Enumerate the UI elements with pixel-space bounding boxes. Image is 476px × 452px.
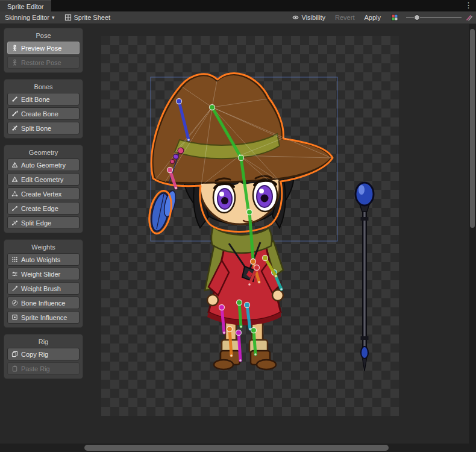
weight-slider-label: Weight Slider bbox=[21, 271, 60, 278]
edit-bone-label: Edit Bone bbox=[21, 96, 50, 103]
bone-influence-label: Bone Influence bbox=[21, 300, 65, 307]
create-edge-label: Create Edge bbox=[21, 205, 58, 212]
grid-icon bbox=[64, 14, 72, 21]
pose-icon bbox=[11, 45, 18, 51]
left-hand bbox=[207, 295, 218, 306]
panel-bones: Bones Edit Bone Cr bbox=[4, 79, 83, 139]
alpha-handle-button[interactable] bbox=[464, 11, 476, 24]
edit-geometry-label: Edit Geometry bbox=[21, 176, 63, 183]
panel-weights-title: Weights bbox=[7, 243, 80, 251]
preview-pose-button[interactable]: Preview Pose bbox=[7, 42, 80, 54]
weight-brush-label: Weight Brush bbox=[21, 285, 61, 292]
alpha-zoom-slider[interactable] bbox=[406, 11, 462, 24]
visibility-button[interactable]: Visibility bbox=[287, 11, 331, 24]
eye-icon bbox=[292, 14, 299, 21]
weight-slider-icon bbox=[11, 271, 18, 277]
split-bone-button[interactable]: Split Bone bbox=[7, 122, 80, 134]
sprite-sheet-button[interactable]: Sprite Sheet bbox=[60, 11, 116, 24]
rgb-grid-icon bbox=[390, 13, 399, 22]
sprite-influence-icon bbox=[11, 314, 18, 321]
panel-geometry: Geometry Auto Geometry Edit Geometry bbox=[4, 145, 83, 233]
toolbar: Skinning Editor ▾ Sprite Sheet Visibilit… bbox=[0, 11, 476, 24]
diagonal-stripes-icon bbox=[465, 14, 472, 21]
create-edge-button[interactable]: Create Edge bbox=[7, 202, 80, 215]
tab-bar: Sprite Editor ⋮ bbox=[0, 0, 476, 11]
split-edge-button[interactable]: Split Edge bbox=[7, 216, 80, 229]
sprite-sheet-label: Sprite Sheet bbox=[74, 14, 111, 21]
split-bone-label: Split Bone bbox=[21, 125, 51, 132]
color-channels-button[interactable] bbox=[386, 11, 404, 24]
chevron-down-icon: ▾ bbox=[52, 14, 55, 20]
paste-rig-label: Paste Rig bbox=[21, 365, 50, 372]
panel-pose-title: Pose bbox=[7, 32, 80, 39]
weights-grid-icon bbox=[11, 256, 18, 263]
create-bone-label: Create Bone bbox=[21, 110, 58, 118]
bone-icon bbox=[11, 96, 18, 102]
weight-slider-button[interactable]: Weight Slider bbox=[7, 268, 80, 280]
sprite-influence-label: Sprite Influence bbox=[21, 314, 67, 321]
right-hand bbox=[272, 290, 283, 301]
mesh-icon bbox=[11, 162, 18, 168]
revert-label: Revert bbox=[335, 14, 354, 21]
create-vertex-button[interactable]: Create Vertex bbox=[7, 187, 80, 200]
edit-bone-button[interactable]: Edit Bone bbox=[7, 93, 80, 105]
brush-icon bbox=[11, 285, 18, 292]
staff-sprite[interactable] bbox=[355, 183, 374, 371]
vertex-icon bbox=[11, 190, 18, 197]
restore-pose-button[interactable]: Restore Pose bbox=[7, 56, 80, 69]
copy-rig-button[interactable]: Copy Rig bbox=[7, 348, 80, 360]
vertical-scrollbar[interactable] bbox=[469, 24, 476, 444]
visibility-label: Visibility bbox=[302, 14, 326, 21]
window-menu-icon[interactable]: ⋮ bbox=[465, 1, 472, 10]
edge-split-icon bbox=[11, 219, 18, 226]
split-edge-label: Split Edge bbox=[21, 219, 51, 227]
panel-rig-title: Rig bbox=[7, 338, 80, 345]
canvas-artwork bbox=[101, 36, 399, 416]
panel-bones-title: Bones bbox=[7, 83, 80, 90]
preview-pose-label: Preview Pose bbox=[21, 45, 61, 52]
bone-influence-button[interactable]: Bone Influence bbox=[7, 297, 80, 309]
auto-weights-label: Auto Weights bbox=[21, 256, 60, 263]
tool-sidebar: Pose Preview Pose Restore Pose Bo bbox=[4, 28, 83, 379]
edge-icon bbox=[11, 205, 18, 212]
copy-icon bbox=[11, 351, 18, 357]
tab-title: Sprite Editor bbox=[7, 3, 44, 10]
create-vertex-label: Create Vertex bbox=[21, 190, 61, 198]
create-bone-button[interactable]: Create Bone bbox=[7, 107, 80, 120]
vertical-scrollbar-thumb[interactable] bbox=[470, 29, 475, 228]
mode-dropdown-label: Skinning Editor bbox=[5, 14, 49, 21]
auto-geometry-label: Auto Geometry bbox=[21, 162, 66, 169]
revert-button[interactable]: Revert bbox=[330, 11, 359, 24]
horizontal-scrollbar-thumb[interactable] bbox=[84, 445, 389, 451]
sprite-editor-window: Sprite Editor ⋮ Skinning Editor ▾ Sprite… bbox=[0, 0, 476, 452]
horizontal-scrollbar[interactable] bbox=[0, 444, 469, 452]
mesh-edit-icon bbox=[11, 176, 18, 183]
weight-brush-button[interactable]: Weight Brush bbox=[7, 282, 80, 295]
restore-pose-label: Restore Pose bbox=[21, 59, 61, 66]
copy-rig-label: Copy Rig bbox=[21, 351, 48, 358]
scarf-front bbox=[211, 227, 272, 253]
bone-influence-icon bbox=[11, 300, 18, 306]
restore-pose-icon bbox=[11, 59, 18, 66]
auto-weights-button[interactable]: Auto Weights bbox=[7, 253, 80, 266]
sprite-influence-button[interactable]: Sprite Influence bbox=[7, 311, 80, 324]
bone-plus-icon bbox=[11, 110, 18, 117]
panel-geometry-title: Geometry bbox=[7, 149, 80, 156]
paste-rig-button[interactable]: Paste Rig bbox=[7, 362, 80, 375]
edit-geometry-button[interactable]: Edit Geometry bbox=[7, 173, 80, 186]
auto-geometry-button[interactable]: Auto Geometry bbox=[7, 159, 80, 171]
panel-weights: Weights Auto Weights bbox=[4, 239, 83, 328]
tab-sprite-editor[interactable]: Sprite Editor bbox=[0, 0, 51, 12]
clipboard-icon bbox=[11, 365, 18, 372]
panel-pose: Pose Preview Pose Restore Pose bbox=[4, 28, 83, 73]
scrollbar-corner bbox=[469, 444, 476, 452]
panel-rig: Rig Copy Rig Paste Rig bbox=[4, 334, 83, 379]
apply-label: Apply bbox=[364, 14, 381, 21]
canvas-viewport[interactable] bbox=[101, 36, 399, 416]
bone-split-icon bbox=[11, 125, 18, 131]
apply-button[interactable]: Apply bbox=[359, 11, 386, 24]
slider-thumb[interactable] bbox=[414, 14, 420, 20]
character-sprite[interactable] bbox=[146, 74, 333, 369]
mode-dropdown[interactable]: Skinning Editor ▾ bbox=[0, 11, 60, 24]
